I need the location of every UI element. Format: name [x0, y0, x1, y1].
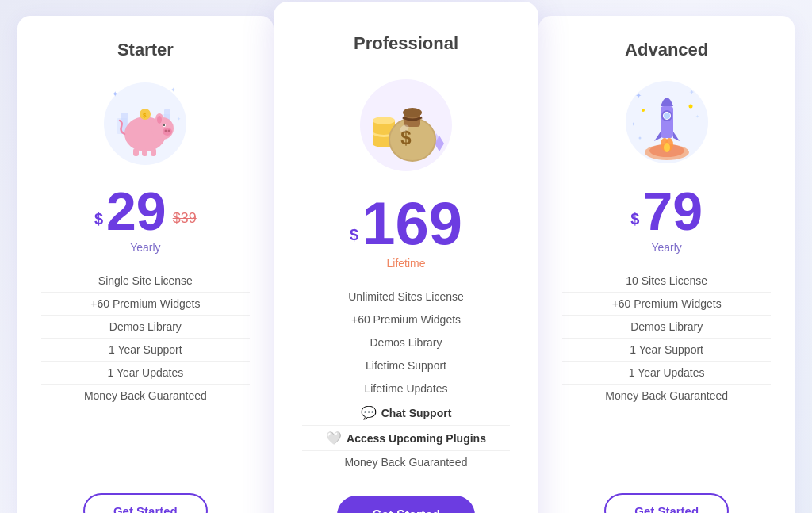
- svg-text:✦: ✦: [631, 121, 636, 127]
- professional-price: 169: [362, 193, 462, 254]
- professional-title: Professional: [354, 33, 458, 54]
- professional-price-area: $ 169: [350, 193, 462, 254]
- list-item: Single Site License: [41, 270, 250, 293]
- professional-period: Lifetime: [386, 257, 425, 270]
- advanced-features: 10 Sites License +60 Premium Widgets Dem…: [562, 270, 771, 471]
- starter-price: 29: [106, 184, 167, 238]
- list-item: Money Back Guaranteed: [562, 385, 771, 407]
- list-item: Money Back Guaranteed: [302, 451, 511, 473]
- starter-cta-button[interactable]: Get Started: [83, 493, 208, 513]
- professional-card: Professional: [274, 2, 539, 513]
- list-item: +60 Premium Widgets: [302, 308, 511, 331]
- starter-period: Yearly: [130, 241, 160, 254]
- list-item: 1 Year Support: [41, 339, 250, 362]
- svg-text:✦: ✦: [170, 86, 176, 94]
- professional-currency: $: [350, 226, 358, 244]
- advanced-title: Advanced: [625, 40, 708, 60]
- list-item-chat: 💬 Chat Support: [302, 400, 511, 426]
- list-item: Demos Library: [562, 316, 771, 339]
- svg-point-35: [403, 108, 422, 117]
- svg-rect-22: [151, 148, 156, 156]
- professional-illustration: $: [350, 68, 462, 179]
- svg-point-12: [168, 130, 170, 132]
- list-item-plugins: 🤍 Access Upcoming Plugins: [302, 426, 511, 451]
- list-item: Demos Library: [302, 331, 511, 354]
- advanced-price: 79: [642, 184, 703, 238]
- list-item: 1 Year Updates: [41, 362, 250, 385]
- svg-rect-20: [133, 148, 139, 156]
- list-item: +60 Premium Widgets: [41, 293, 250, 316]
- advanced-illustration: ✦ ✦ ✦ ✦: [619, 75, 714, 170]
- heart-icon: 🤍: [326, 431, 342, 446]
- svg-text:✦: ✦: [177, 117, 181, 121]
- advanced-card: Advanced ✦ ✦ ✦ ✦: [538, 16, 795, 513]
- svg-point-51: [642, 109, 645, 112]
- list-item: +60 Premium Widgets: [562, 293, 771, 316]
- list-item: 10 Sites License: [562, 270, 771, 293]
- pricing-container: Starter ✦ ✦ ✦: [17, 16, 795, 513]
- advanced-period: Yearly: [651, 241, 681, 254]
- svg-point-53: [638, 137, 641, 140]
- svg-text:$: $: [143, 112, 147, 119]
- svg-text:✦: ✦: [689, 89, 695, 96]
- starter-features: Single Site License +60 Premium Widgets …: [41, 270, 250, 471]
- svg-rect-21: [142, 148, 147, 156]
- svg-point-11: [165, 130, 167, 132]
- svg-text:✦: ✦: [695, 114, 699, 119]
- svg-point-16: [157, 116, 162, 124]
- starter-old-price: $39: [173, 210, 197, 227]
- list-item: 1 Year Updates: [562, 362, 771, 385]
- professional-features: Unlimited Sites License +60 Premium Widg…: [302, 285, 511, 473]
- svg-point-10: [163, 128, 172, 136]
- advanced-cta-button[interactable]: Get Started: [604, 493, 729, 513]
- chat-icon: 💬: [361, 405, 377, 420]
- list-item: Money Back Guaranteed: [41, 385, 250, 407]
- svg-point-47: [664, 113, 670, 119]
- starter-illustration: ✦ ✦ ✦: [98, 75, 193, 170]
- list-item: Unlimited Sites License: [302, 285, 511, 308]
- starter-card: Starter ✦ ✦ ✦: [17, 16, 274, 513]
- svg-text:✦: ✦: [112, 90, 118, 98]
- list-item: Demos Library: [41, 316, 250, 339]
- list-item: Lifetime Updates: [302, 377, 511, 400]
- svg-point-52: [688, 105, 692, 109]
- advanced-currency: $: [630, 210, 639, 228]
- starter-title: Starter: [117, 40, 174, 60]
- advanced-price-area: $ 79: [630, 184, 703, 238]
- starter-price-area: $ 29 $39: [94, 184, 197, 238]
- starter-currency: $: [94, 210, 103, 228]
- svg-point-50: [664, 143, 670, 152]
- professional-cta-button[interactable]: Get Started: [337, 496, 475, 513]
- svg-point-31: [373, 117, 395, 124]
- list-item: Lifetime Support: [302, 354, 511, 377]
- svg-text:✦: ✦: [635, 91, 642, 100]
- svg-point-14: [163, 124, 165, 126]
- list-item: 1 Year Support: [562, 339, 771, 362]
